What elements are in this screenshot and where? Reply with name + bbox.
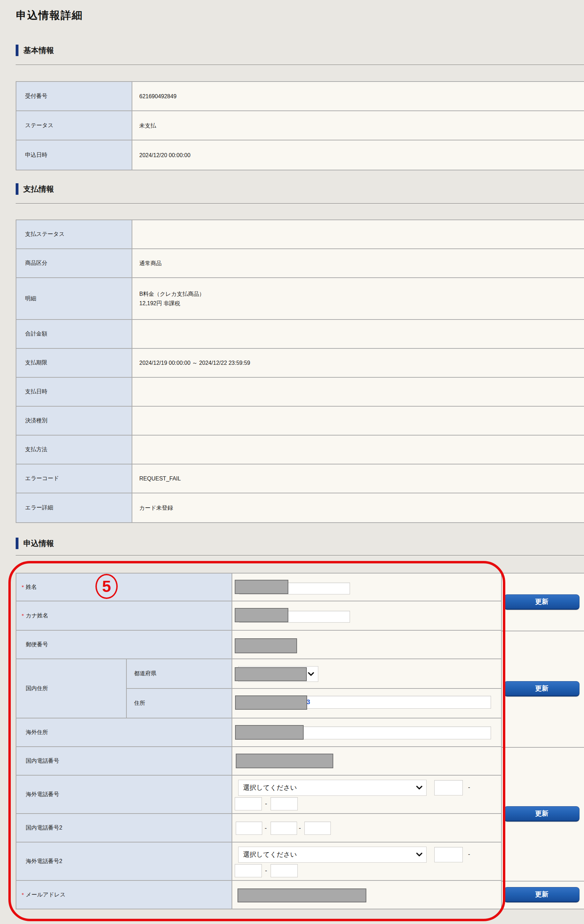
form-row-overseas-phone: 海外電話番号 選択してください - - <box>16 776 501 814</box>
prefecture-redaction <box>235 667 307 681</box>
form-row-domestic-phone2: 国内電話番号2 - - <box>16 814 501 843</box>
dash-separator: - <box>468 784 470 791</box>
overseas-phone2-input-1[interactable] <box>434 847 463 862</box>
table-row: 支払ステータス <box>16 220 584 249</box>
form-row-domestic-address: 国内住所 都道府県 住所 3 <box>16 659 501 718</box>
section-title: 基本情報 <box>23 45 54 56</box>
form-row-overseas-address: 海外住所 <box>16 718 501 747</box>
row-label: エラー詳細 <box>16 493 132 522</box>
overseas-phone-input-2[interactable] <box>235 797 262 810</box>
last-name-redaction <box>235 580 288 594</box>
button-group-divider <box>502 630 584 631</box>
application-form-table: ＊ 姓名 ＊ カナ姓名 郵便番号 国内住所 都道府県 住所 <box>16 573 584 909</box>
overseas-address-redaction <box>235 725 304 740</box>
overseas-phone2-input-3[interactable] <box>271 864 298 877</box>
required-asterisk: ＊ <box>20 892 26 898</box>
overseas-phone-input-3[interactable] <box>271 797 298 810</box>
update-button-address[interactable]: 更新 <box>504 681 579 696</box>
form-row-postal-code: 郵便番号 <box>16 630 501 659</box>
row-label: 海外住所 <box>16 718 232 746</box>
row-label: 海外電話番号 <box>16 776 232 813</box>
row-label: 海外電話番号2 <box>16 843 232 880</box>
section-accent-bar <box>16 183 18 195</box>
update-button-name[interactable]: 更新 <box>504 594 579 610</box>
row-label: 受付番号 <box>16 82 132 111</box>
overseas-phone-country-select[interactable]: 選択してください <box>238 780 427 796</box>
dash-separator: - <box>468 851 470 858</box>
domestic-phone2-input-2[interactable] <box>271 822 297 835</box>
detail-line-1: B料金（クレカ支払商品） <box>139 289 584 299</box>
dash-separator: - <box>265 867 267 874</box>
row-value: 2024/12/20 00:00:00 <box>132 140 584 170</box>
row-label: 支払期限 <box>16 349 132 377</box>
row-label: 郵便番号 <box>16 630 232 658</box>
table-row: 決済種別 <box>16 407 584 436</box>
dash-separator: - <box>265 800 267 808</box>
row-value: REQUEST_FAIL <box>132 464 584 493</box>
subrow-label-address: 住所 <box>127 689 232 718</box>
table-row: 明細 B料金（クレカ支払商品） 12,192円 非課税 <box>16 278 584 320</box>
overseas-phone2-country-select[interactable]: 選択してください <box>238 846 427 863</box>
required-asterisk: ＊ <box>20 612 26 619</box>
row-value: 未支払 <box>132 111 584 140</box>
chevron-down-icon <box>416 853 423 857</box>
table-row: エラー詳細 カード未登録 <box>16 493 584 522</box>
row-label: 申込日時 <box>16 140 132 170</box>
basic-info-table: 受付番号 621690492849 ステータス 未支払 申込日時 2024/12… <box>16 81 584 170</box>
domestic-phone-redaction <box>236 754 333 768</box>
row-value <box>132 220 584 248</box>
form-row-email: ＊ メールアドレス <box>16 881 501 909</box>
row-label: ＊ 姓名 <box>16 574 232 601</box>
section-accent-bar <box>16 45 18 56</box>
row-label: 決済種別 <box>16 407 132 435</box>
overseas-phone-input-1[interactable] <box>434 780 463 795</box>
section-header-application: 申込情報 <box>16 538 54 549</box>
domestic-phone2-input-1[interactable] <box>236 822 262 835</box>
chevron-down-icon <box>308 672 314 676</box>
button-group-divider <box>502 881 584 881</box>
row-value <box>132 378 584 406</box>
row-label: 支払ステータス <box>16 220 132 248</box>
row-value: 621690492849 <box>132 82 584 111</box>
row-value: 通常商品 <box>132 249 584 277</box>
table-row: エラーコード REQUEST_FAIL <box>16 464 584 493</box>
subrow-label-prefecture: 都道府県 <box>127 659 232 688</box>
row-value: カード未登録 <box>132 493 584 522</box>
section-accent-bar <box>16 538 18 549</box>
row-label: 明細 <box>16 278 132 319</box>
chevron-down-icon <box>416 786 423 790</box>
update-button-column: 更新 更新 更新 更新 <box>501 574 584 909</box>
table-row: 商品区分 通常商品 <box>16 249 584 278</box>
row-label: 合計金額 <box>16 320 132 348</box>
section-divider <box>16 64 584 65</box>
overseas-phone2-input-2[interactable] <box>235 864 262 877</box>
table-row: ステータス 未支払 <box>16 111 584 140</box>
required-asterisk: ＊ <box>20 584 26 591</box>
row-value: 2024/12/19 00:00:00 ～ 2024/12/22 23:59:5… <box>132 349 584 377</box>
address-redaction <box>235 695 307 710</box>
domestic-phone2-input-3[interactable] <box>304 822 331 835</box>
table-row: 合計金額 <box>16 320 584 349</box>
dash-separator: - <box>265 825 267 832</box>
form-row-kana-name: ＊ カナ姓名 <box>16 601 501 630</box>
row-value <box>132 320 584 348</box>
table-row: 支払期限 2024/12/19 00:00:00 ～ 2024/12/22 23… <box>16 349 584 378</box>
row-value <box>132 407 584 435</box>
table-row: 申込日時 2024/12/20 00:00:00 <box>16 140 584 170</box>
payment-info-table: 支払ステータス 商品区分 通常商品 明細 B料金（クレカ支払商品） 12,192… <box>16 219 584 523</box>
row-label: 国内住所 <box>16 659 127 718</box>
update-button-phone[interactable]: 更新 <box>504 806 579 822</box>
annotation-circle-5: 5 <box>95 574 118 599</box>
update-button-email[interactable]: 更新 <box>504 887 579 903</box>
form-row-overseas-phone2: 海外電話番号2 選択してください - - <box>16 843 501 881</box>
button-group-divider <box>502 747 584 748</box>
table-row: 支払日時 <box>16 378 584 407</box>
kana-name-redaction <box>235 608 288 622</box>
table-row: 支払方法 <box>16 436 584 464</box>
row-label: ＊ メールアドレス <box>16 881 232 909</box>
section-divider <box>16 555 584 556</box>
postal-code-redaction <box>235 638 297 653</box>
detail-line-2: 12,192円 非課税 <box>139 299 584 308</box>
section-title: 支払情報 <box>23 184 54 195</box>
row-label: 支払方法 <box>16 436 132 464</box>
